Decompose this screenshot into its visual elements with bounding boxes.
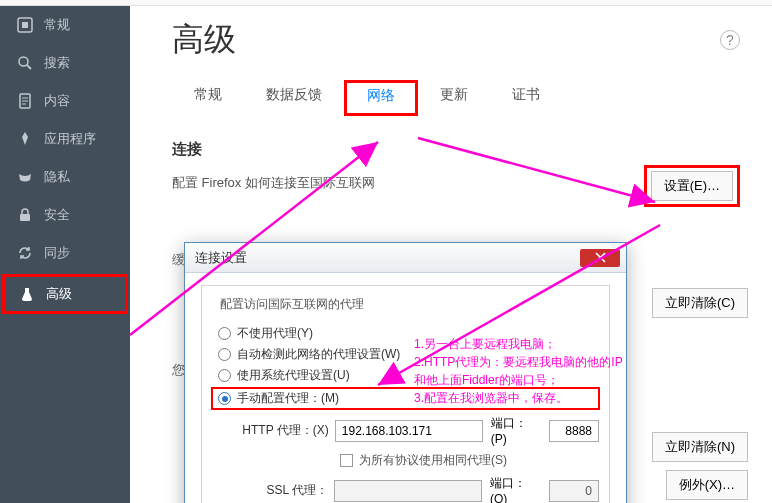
same-proxy-label: 为所有协议使用相同代理(S) (359, 452, 507, 469)
http-proxy-label: HTTP 代理：(X) (240, 422, 329, 439)
checkbox-icon (340, 454, 353, 467)
tab-general[interactable]: 常规 (172, 80, 244, 116)
sidebar-item-label: 应用程序 (44, 130, 96, 148)
ssl-proxy-input (334, 480, 482, 502)
ssl-proxy-row: SSL 代理： 端口：(O) (240, 475, 599, 503)
sidebar-item-applications[interactable]: 应用程序 (0, 120, 130, 158)
sidebar-item-label: 内容 (44, 92, 70, 110)
sync-icon (16, 245, 34, 261)
proxy-groupbox: 配置访问国际互联网的代理 不使用代理(Y) 自动检测此网络的代理设置(W) 使用… (201, 285, 610, 503)
connection-desc: 配置 Firefox 如何连接至国际互联网 (172, 174, 375, 192)
tab-update[interactable]: 更新 (418, 80, 490, 116)
radio-no-proxy[interactable]: 不使用代理(Y) (212, 325, 599, 342)
http-port-input[interactable] (549, 420, 599, 442)
http-proxy-row: HTTP 代理：(X) 端口：(P) (240, 415, 599, 446)
sidebar-item-sync[interactable]: 同步 (0, 234, 130, 272)
sidebar-item-label: 安全 (44, 206, 70, 224)
sidebar-item-label: 搜索 (44, 54, 70, 72)
connection-heading: 连接 (172, 140, 740, 159)
radio-icon (218, 348, 231, 361)
sidebar-item-label: 常规 (44, 16, 70, 34)
sidebar-item-general[interactable]: 常规 (0, 6, 130, 44)
clear-now-n-button[interactable]: 立即清除(N) (652, 432, 748, 462)
general-icon (16, 17, 34, 33)
dialog-title: 连接设置 (195, 249, 247, 267)
mask-icon (16, 169, 34, 185)
radio-auto-detect[interactable]: 自动检测此网络的代理设置(W) (212, 346, 599, 363)
radio-icon (218, 327, 231, 340)
http-proxy-input[interactable] (335, 420, 483, 442)
sidebar-item-label: 同步 (44, 244, 70, 262)
tab-certificates[interactable]: 证书 (490, 80, 562, 116)
radio-icon (218, 369, 231, 382)
radio-label: 自动检测此网络的代理设置(W) (237, 346, 400, 363)
same-proxy-checkbox-row[interactable]: 为所有协议使用相同代理(S) (340, 452, 599, 469)
radio-manual-proxy[interactable]: 手动配置代理：(M) (212, 388, 599, 409)
radio-label: 不使用代理(Y) (237, 325, 313, 342)
document-icon (16, 93, 34, 109)
svg-point-2 (19, 57, 28, 66)
svg-line-3 (27, 65, 31, 69)
sidebar-item-advanced[interactable]: 高级 (2, 274, 128, 314)
ssl-proxy-label: SSL 代理： (240, 482, 328, 499)
clear-now-c-button[interactable]: 立即清除(C) (652, 288, 748, 318)
ssl-port-label: 端口：(O) (490, 475, 541, 503)
radio-system-proxy[interactable]: 使用系统代理设置(U) (212, 367, 599, 384)
tabs: 常规 数据反馈 网络 更新 证书 (172, 80, 740, 116)
sidebar-item-search[interactable]: 搜索 (0, 44, 130, 82)
radio-label: 手动配置代理：(M) (237, 390, 339, 407)
lock-icon (16, 207, 34, 223)
flask-icon (18, 286, 36, 302)
tab-network[interactable]: 网络 (344, 80, 418, 116)
radio-label: 使用系统代理设置(U) (237, 367, 350, 384)
svg-rect-8 (20, 214, 30, 221)
search-icon (16, 55, 34, 71)
sidebar-item-label: 隐私 (44, 168, 70, 186)
sidebar-item-security[interactable]: 安全 (0, 196, 130, 234)
rocket-icon (16, 131, 34, 147)
ssl-port-input (549, 480, 599, 502)
exceptions-button[interactable]: 例外(X)… (666, 470, 748, 500)
http-port-label: 端口：(P) (491, 415, 541, 446)
sidebar-item-label: 高级 (46, 285, 72, 303)
dialog-titlebar[interactable]: 连接设置 (185, 243, 626, 273)
radio-icon (218, 392, 231, 405)
connection-settings-dialog: 连接设置 配置访问国际互联网的代理 不使用代理(Y) 自动检测此网络的代理设置(… (184, 242, 627, 503)
sidebar-item-content[interactable]: 内容 (0, 82, 130, 120)
page-title: 高级 (172, 18, 236, 62)
sidebar: 常规 搜索 内容 应用程序 隐私 安全 同步 高级 (0, 6, 130, 503)
sidebar-item-privacy[interactable]: 隐私 (0, 158, 130, 196)
settings-button[interactable]: 设置(E)… (651, 171, 733, 201)
help-icon[interactable]: ? (720, 30, 740, 50)
dialog-close-button[interactable] (580, 249, 620, 267)
svg-rect-1 (22, 22, 28, 28)
tab-datafeedback[interactable]: 数据反馈 (244, 80, 344, 116)
proxy-group-title: 配置访问国际互联网的代理 (216, 296, 368, 313)
